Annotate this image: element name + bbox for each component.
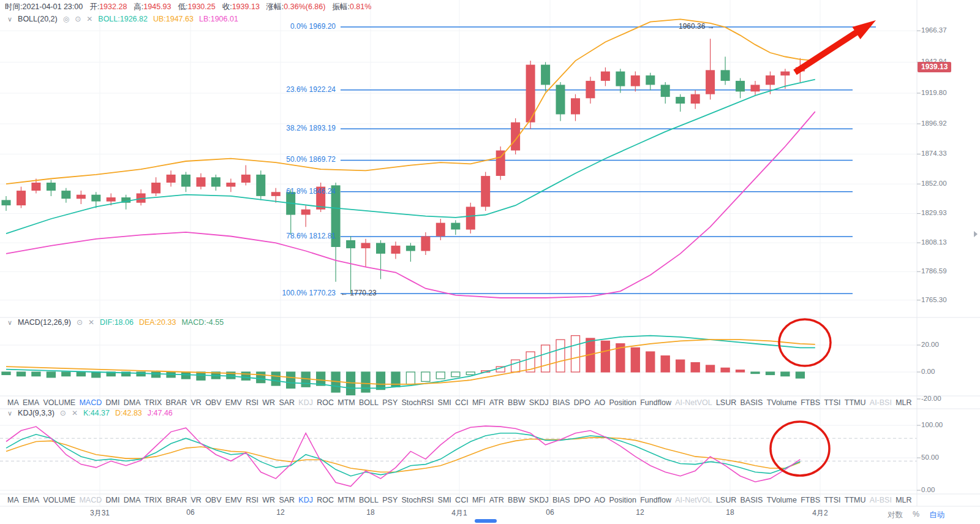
- indicator-tab-skdj[interactable]: SKDJ: [529, 398, 549, 407]
- indicator-tab-volume[interactable]: VOLUME: [43, 496, 75, 504]
- indicator-tab-brar[interactable]: BRAR: [166, 496, 187, 504]
- macd-axis-label: 20.00: [921, 341, 939, 348]
- indicator-tab-atr[interactable]: ATR: [489, 496, 504, 504]
- trading-chart-root: 时间:2021-04-01 23:00 开:1932.28高:1945.93低:…: [0, 0, 980, 524]
- indicator-tab-mfi[interactable]: MFI: [472, 496, 486, 504]
- indicator-tab-ma[interactable]: MA: [7, 496, 19, 504]
- scale-control-对数[interactable]: 对数: [888, 510, 903, 520]
- indicator-tab-emv[interactable]: EMV: [225, 398, 242, 407]
- indicator-tab-ttsi[interactable]: TTSI: [824, 496, 840, 504]
- indicator-tab-vr[interactable]: VR: [191, 496, 202, 504]
- indicator-tab-ttmu[interactable]: TTMU: [845, 496, 866, 504]
- indicator-tab-lsur[interactable]: LSUR: [716, 496, 736, 504]
- indicator-tab-wr[interactable]: WR: [262, 398, 275, 407]
- scale-control-自动[interactable]: 自动: [929, 510, 944, 520]
- indicator-tab-macd[interactable]: MACD: [79, 398, 102, 407]
- indicator-tab-obv[interactable]: OBV: [205, 496, 221, 504]
- indicator-tab-rsi[interactable]: RSI: [246, 496, 258, 504]
- indicator-tab-stochrsi[interactable]: StochRSI: [402, 496, 434, 504]
- indicator-tab-ai-bsi[interactable]: AI-BSI: [870, 398, 892, 407]
- indicator-tab-smi[interactable]: SMI: [438, 398, 451, 407]
- indicator-tab-dma[interactable]: DMA: [124, 398, 141, 407]
- indicator-tab-cci[interactable]: CCI: [455, 398, 469, 407]
- indicator-tab-ema[interactable]: EMA: [23, 398, 39, 407]
- collapse-chevron-icon[interactable]: ∨: [7, 319, 12, 327]
- indicator-tab-mtm[interactable]: MTM: [337, 496, 355, 504]
- indicator-tab-fundflow[interactable]: Fundflow: [640, 398, 671, 407]
- indicator-tab-atr[interactable]: ATR: [489, 398, 504, 407]
- collapse-chevron-icon[interactable]: ∨: [7, 409, 12, 417]
- indicator-tab-trix[interactable]: TRIX: [145, 398, 162, 407]
- indicator-tab-tvolume[interactable]: TVolume: [767, 398, 797, 407]
- indicator-tab-wr[interactable]: WR: [262, 496, 275, 504]
- indicator-tab-smi[interactable]: SMI: [438, 496, 451, 504]
- scrollbar-thumb[interactable]: [475, 519, 497, 523]
- indicator-tab-mtm[interactable]: MTM: [337, 398, 355, 407]
- indicator-tab-ftbs[interactable]: FTBS: [801, 496, 820, 504]
- time-axis-label: 12: [636, 508, 644, 517]
- indicator-tab-kdj[interactable]: KDJ: [298, 496, 313, 504]
- current-price-badge: 1939.13: [918, 62, 951, 72]
- indicator-tab-cci[interactable]: CCI: [455, 496, 469, 504]
- indicator-tab-ttsi[interactable]: TTSI: [824, 398, 840, 407]
- indicator-tab-obv[interactable]: OBV: [205, 398, 221, 407]
- indicator-tab-skdj[interactable]: SKDJ: [529, 496, 549, 504]
- settings-icon[interactable]: ⊙: [77, 318, 83, 327]
- settings-icon[interactable]: ⊙: [60, 409, 66, 417]
- indicator-tab-macd[interactable]: MACD: [79, 496, 102, 504]
- indicator-tab-ema[interactable]: EMA: [23, 496, 39, 504]
- indicator-tab-psy[interactable]: PSY: [382, 398, 398, 407]
- indicator-tab-bias[interactable]: BIAS: [552, 496, 570, 504]
- time-axis-label: 4月1: [451, 508, 467, 518]
- fibonacci-level-label: 78.6% 1812.81: [0, 232, 336, 240]
- indicator-tab-brar[interactable]: BRAR: [166, 398, 187, 407]
- scale-control-percent[interactable]: %: [913, 510, 919, 520]
- indicator-tab-lsur[interactable]: LSUR: [716, 398, 736, 407]
- indicator-tab-bbw[interactable]: BBW: [508, 398, 525, 407]
- indicator-tab-basis[interactable]: BASIS: [741, 398, 763, 407]
- chart-canvas[interactable]: [0, 0, 980, 524]
- indicator-tab-dpo[interactable]: DPO: [574, 496, 590, 504]
- indicator-tab-ao[interactable]: AO: [594, 398, 605, 407]
- indicator-tab-rsi[interactable]: RSI: [246, 398, 258, 407]
- indicator-tab-roc[interactable]: ROC: [317, 398, 334, 407]
- indicator-tab-sar[interactable]: SAR: [279, 496, 295, 504]
- close-icon[interactable]: ✕: [72, 409, 78, 417]
- indicator-tab-position[interactable]: Position: [609, 496, 636, 504]
- indicator-tab-ttmu[interactable]: TTMU: [845, 398, 866, 407]
- indicator-tab-ai-netvol[interactable]: AI-NetVOL: [675, 398, 712, 407]
- indicator-tab-basis[interactable]: BASIS: [741, 496, 763, 504]
- indicator-tab-dmi[interactable]: DMI: [106, 496, 120, 504]
- indicator-tab-dma[interactable]: DMA: [124, 496, 141, 504]
- indicator-tab-stochrsi[interactable]: StochRSI: [402, 398, 434, 407]
- indicator-tab-vr[interactable]: VR: [191, 398, 202, 407]
- indicator-tab-position[interactable]: Position: [609, 398, 636, 407]
- indicator-tab-trix[interactable]: TRIX: [145, 496, 162, 504]
- indicator-tab-bbw[interactable]: BBW: [508, 496, 525, 504]
- indicator-tab-psy[interactable]: PSY: [382, 496, 398, 504]
- indicator-tab-ai-netvol[interactable]: AI-NetVOL: [675, 496, 712, 504]
- indicator-tab-dpo[interactable]: DPO: [574, 398, 590, 407]
- indicator-tab-tvolume[interactable]: TVolume: [767, 496, 797, 504]
- indicator-tab-dmi[interactable]: DMI: [106, 398, 120, 407]
- indicator-tab-boll[interactable]: BOLL: [359, 398, 379, 407]
- indicator-tab-mfi[interactable]: MFI: [472, 398, 486, 407]
- indicator-tab-ao[interactable]: AO: [594, 496, 605, 504]
- indicator-tab-boll[interactable]: BOLL: [359, 496, 379, 504]
- indicator-tab-emv[interactable]: EMV: [225, 496, 242, 504]
- indicator-tab-sar[interactable]: SAR: [279, 398, 295, 407]
- indicator-tab-mlr[interactable]: MLR: [895, 496, 911, 504]
- indicator-tab-roc[interactable]: ROC: [317, 496, 334, 504]
- indicator-tab-fundflow[interactable]: Fundflow: [640, 496, 671, 504]
- kdj-axis-label: 50.00: [921, 454, 939, 461]
- indicator-tab-mlr[interactable]: MLR: [895, 398, 911, 407]
- indicator-tab-volume[interactable]: VOLUME: [43, 398, 75, 407]
- close-icon[interactable]: ✕: [88, 318, 94, 327]
- indicator-tab-ma[interactable]: MA: [7, 398, 19, 407]
- axis-expand-arrow-icon[interactable]: [974, 231, 978, 237]
- ohlc-field-value: 1945.93: [143, 2, 171, 11]
- indicator-tab-ai-bsi[interactable]: AI-BSI: [870, 496, 892, 504]
- indicator-tab-kdj[interactable]: KDJ: [298, 398, 313, 407]
- indicator-tab-ftbs[interactable]: FTBS: [801, 398, 820, 407]
- indicator-tab-bias[interactable]: BIAS: [552, 398, 570, 407]
